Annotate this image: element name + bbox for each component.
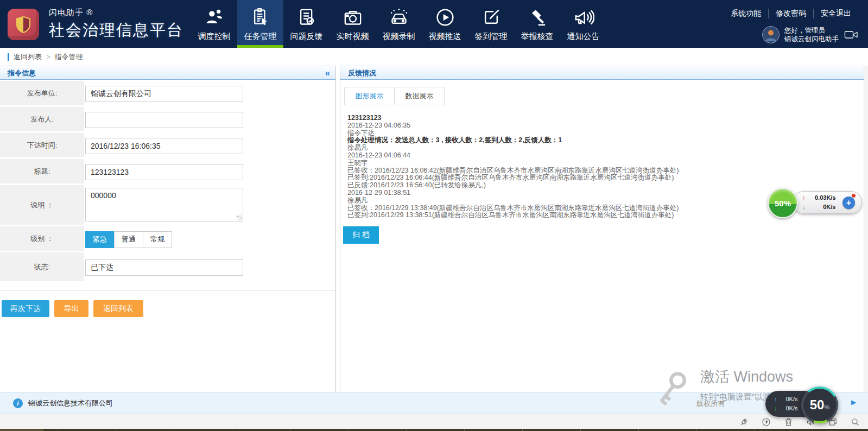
camera-icon [341,5,365,29]
search-icon[interactable] [850,416,860,427]
nav-item-live-video[interactable]: 实时视频 [330,0,376,48]
nav-label: 举报核查 [521,31,554,42]
issue-time-field[interactable] [85,138,243,154]
nav-item-report-verification[interactable]: 举报核查 [514,0,560,48]
tab-graphic-display[interactable]: 图形展示 [344,87,395,105]
feedback-line: 2016-12-23 04:06:35 [347,122,864,130]
publisher-label: 发布人: [0,107,84,133]
form-separator [0,290,335,291]
feedback-line: 徐易凡 [347,144,864,152]
safe-logout-link[interactable]: 安全退出 [813,9,858,18]
form-row-level: 级别 ： 紧急 普通 常规 [0,226,335,252]
rocket-boost-icon[interactable] [738,416,749,427]
upload-arrow-icon: ↑ [802,193,806,202]
feedback-doc-check-icon [295,5,319,29]
left-panel-header: 指令信息 « [0,66,335,80]
video-camera-icon[interactable] [844,30,858,40]
footer-company: i 锦诚云创信息技术有限公司 [13,392,113,414]
add-task-button[interactable]: + [842,197,855,209]
status-field[interactable] [85,259,243,276]
status-label: 状态: [0,252,84,283]
footer-arrow-icon[interactable]: ▶ [851,398,856,406]
feedback-line: 指令下达 [347,130,864,137]
right-panel-title: 反馈情况 [348,69,376,77]
description-field[interactable]: 000000 [85,188,243,221]
archive-button[interactable]: 归 档 [343,226,379,244]
right-panel-header: 反馈情况 [340,66,864,80]
brand-text: 闪电助手 ® 社会治理信息平台 [49,8,183,41]
play-circle-icon [433,5,457,29]
breadcrumb-back-link[interactable]: 返回列表 [14,52,42,62]
gavel-icon [525,5,549,29]
upload-speed-value: 0K/s [780,395,798,404]
dispatch-people-icon [202,5,226,29]
download-speed-value: 0K/s [780,404,798,413]
gauge-percent-sign: % [824,404,829,410]
feedback-line: 2016-12-23 04:06:44 [347,152,864,160]
form-row-status: 状态: [0,252,335,283]
form-row-issue-time: 下达时间: [0,133,335,159]
form-row-description: 说明 ： 000000 [0,185,335,226]
nav-label: 视频推送 [429,31,461,42]
level-segmented-control: 紧急 普通 常规 [85,231,172,248]
instruction-form: 发布单位: 发布人: 下达时间: 标题: 说明 ： 000000 级别 ： [0,81,335,283]
breadcrumb: 返回列表 > 指令管理 [0,48,868,66]
browser-toolbar [0,414,868,429]
upload-arrow-icon: ↑ [774,395,777,404]
nav-item-problem-feedback[interactable]: 问题反馈 [283,0,330,48]
nav-label: 调度控制 [198,31,231,42]
level-label: 级别 ： [0,226,84,252]
edit-square-icon [479,5,503,29]
nav-label: 任务管理 [244,31,277,42]
nav-item-video-push[interactable]: 视频推送 [422,0,468,48]
nav-item-notice-announcement[interactable]: 通知公告 [560,0,606,48]
reissue-button[interactable]: 再次下达 [2,300,49,317]
car-record-icon [387,5,411,29]
collapse-panel-icon[interactable]: « [325,66,330,80]
publisher-field[interactable] [85,112,243,128]
page-footer: i 锦诚云创信息技术有限公司 版权所有 cit.com ▶ [0,392,868,414]
publish-unit-field[interactable] [85,86,243,102]
nav-label: 问题反馈 [290,31,323,42]
page-scrollbar[interactable] [864,66,868,392]
main-nav: 调度控制 任务管理 问题反馈 实时视频 [191,0,606,48]
app-logo-shield-icon [8,9,39,40]
level-regular-button[interactable]: 常规 [143,231,172,248]
nav-item-task-management[interactable]: 任务管理 [237,0,283,48]
gauge-value: 50 [810,397,825,412]
footer-copyright: 版权所有 [696,399,725,409]
title-label: 标题: [0,159,84,185]
dark-speed-gauge-widget: ↑0K/s ↓0K/s 50% [765,386,841,426]
nav-item-video-recording[interactable]: 视频录制 [376,0,422,48]
screen: 闪电助手 ® 社会治理信息平台 调度控制 任务管理 问题 [0,0,868,431]
gauge-50-percent[interactable]: 50% [801,386,838,423]
speed-rows: ↑0.03K/s ↓0K/s [802,193,836,212]
feedback-line: 123123123 [347,115,864,122]
left-panel-title: 指令信息 [8,69,36,77]
user-name: 锦诚云创闪电助手 [784,35,839,43]
nav-item-checkin-management[interactable]: 签到管理 [468,0,514,48]
nav-item-dispatch-control[interactable]: 调度控制 [191,0,237,48]
change-password-link[interactable]: 修改密码 [768,9,813,18]
level-urgent-button[interactable]: 紧急 [85,231,115,248]
download-arrow-icon: ↓ [774,404,777,413]
megaphone-icon [572,5,595,29]
system-functions-link[interactable]: 系统功能 [724,9,768,18]
user-box: 您好，管理员 锦诚云创闪电助手 [762,26,858,43]
tab-data-display[interactable]: 数据展示 [394,87,445,105]
description-label: 说明 ： [0,185,84,226]
upload-speed-value: 0.03K/s [808,193,836,202]
page-title: 社会治理信息平台 [49,20,183,41]
feedback-line: 已签到:2016/12/23 16:06:44(新疆维吾尔自治区乌鲁木齐市水磨沟… [347,174,864,182]
info-icon: i [13,398,23,408]
level-normal-button[interactable]: 普通 [114,231,143,248]
feedback-tabs: 图形展示 数据展示 [344,87,864,105]
brand-name: 闪电助手 ® [49,8,183,18]
back-to-list-button[interactable]: 返回列表 [93,300,143,317]
download-speed-widget: ↑0.03K/s ↓0K/s 50% + [768,186,864,221]
title-field[interactable] [85,164,243,180]
breadcrumb-separator: > [46,53,50,61]
progress-ball-50-percent[interactable]: 50% [768,188,798,218]
form-row-publisher: 发布人: [0,107,335,133]
export-button[interactable]: 导出 [54,300,88,317]
